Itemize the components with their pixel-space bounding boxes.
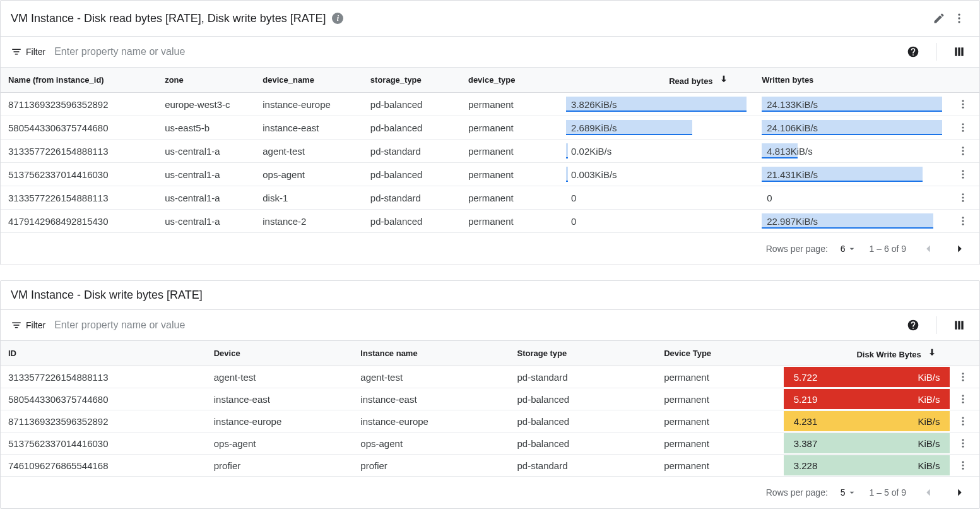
help-icon[interactable] <box>903 315 923 335</box>
storage: pd-balanced <box>363 210 461 233</box>
row-actions-button[interactable] <box>950 163 979 186</box>
inst: ops-agent <box>353 433 509 455</box>
svg-point-32 <box>962 446 964 448</box>
rpp-label: Rows per page: <box>766 244 828 254</box>
edit-icon[interactable] <box>929 8 949 28</box>
columns-icon[interactable] <box>949 42 969 62</box>
device: instance-2 <box>255 210 363 233</box>
col-storage-type[interactable]: storage_type <box>363 68 461 93</box>
table-row: 3133577226154888113us-central1-adisk-1pd… <box>1 186 979 210</box>
zone: us-central1-a <box>157 210 255 233</box>
col-zone[interactable]: zone <box>157 68 255 93</box>
help-icon[interactable] <box>903 42 923 62</box>
svg-point-28 <box>962 421 964 422</box>
row-actions-button[interactable] <box>950 140 979 163</box>
prev-page-button[interactable] <box>919 239 938 258</box>
sort-desc-icon <box>927 350 937 359</box>
inst: instance-east <box>353 388 509 410</box>
col-device-name[interactable]: device_name <box>255 68 363 93</box>
svg-point-29 <box>962 424 964 426</box>
svg-point-2 <box>958 21 960 23</box>
row-actions-button[interactable] <box>950 388 979 410</box>
dropdown-icon <box>847 244 857 254</box>
cell-read: 0.02KiB/s <box>558 140 754 163</box>
zone: us-east5-b <box>157 116 255 140</box>
prev-page-button[interactable] <box>919 483 938 502</box>
svg-point-31 <box>962 443 964 444</box>
panel-write-bytes: VM Instance - Disk write bytes [RATE] Fi… <box>0 280 980 509</box>
rpp-select[interactable]: 6 <box>841 244 857 254</box>
panel-header: VM Instance - Disk read bytes [RATE], Di… <box>1 1 979 37</box>
storage: pd-standard <box>510 455 657 477</box>
inst: agent-test <box>353 366 509 388</box>
cell-write-bytes: 5.219KiB/s <box>784 388 950 410</box>
sort-desc-icon <box>719 76 729 86</box>
svg-point-23 <box>962 379 964 381</box>
col-device-type[interactable]: Device Type <box>656 341 784 366</box>
svg-point-3 <box>962 100 964 102</box>
cell-read: 2.689KiB/s <box>558 116 754 140</box>
device: agent-test <box>255 140 363 163</box>
svg-point-33 <box>962 461 964 463</box>
svg-point-11 <box>962 153 964 155</box>
svg-point-26 <box>962 402 964 403</box>
panel-header: VM Instance - Disk write bytes [RATE] <box>1 281 979 310</box>
col-storage-type[interactable]: Storage type <box>510 341 657 366</box>
columns-icon[interactable] <box>949 315 969 335</box>
next-page-button[interactable] <box>950 483 969 502</box>
devtype: permanent <box>656 388 784 410</box>
more-vert-icon[interactable] <box>949 8 969 28</box>
table-read-write: Name (from instance_id) zone device_name… <box>1 68 979 233</box>
id: 5805443306375744680 <box>1 388 206 410</box>
row-actions-button[interactable] <box>950 455 979 477</box>
row-actions-button[interactable] <box>950 410 979 433</box>
row-actions-button[interactable] <box>950 116 979 140</box>
device: ops-agent <box>206 433 353 455</box>
page-range: 1 – 5 of 9 <box>870 487 906 498</box>
name: 5805443306375744680 <box>1 116 157 140</box>
table-row: 5805443306375744680instance-eastinstance… <box>1 388 979 410</box>
svg-point-4 <box>962 104 964 105</box>
filter-list-icon <box>11 46 22 57</box>
table-row: 5137562337014416030us-central1-aops-agen… <box>1 163 979 186</box>
svg-point-7 <box>962 127 964 129</box>
info-icon[interactable]: i <box>332 13 343 24</box>
storage: pd-balanced <box>363 116 461 140</box>
storage: pd-standard <box>363 140 461 163</box>
device: instance-europe <box>206 410 353 433</box>
table-row: 4179142968492815430us-central1-ainstance… <box>1 210 979 233</box>
svg-point-22 <box>962 376 964 378</box>
filter-input[interactable] <box>53 45 895 58</box>
row-actions-button[interactable] <box>950 366 979 388</box>
filter-label: Filter <box>11 46 45 57</box>
page-range: 1 – 6 of 9 <box>870 244 906 254</box>
cell-write-bytes: 3.228KiB/s <box>784 455 950 477</box>
table-row: 7461096276865544168profierprofierpd-stan… <box>1 455 979 477</box>
device: instance-east <box>255 116 363 140</box>
inst: instance-europe <box>353 410 509 433</box>
pagination: Rows per page: 6 1 – 6 of 9 <box>1 233 979 265</box>
col-id[interactable]: ID <box>1 341 206 366</box>
col-written-bytes[interactable]: Written bytes <box>754 68 950 93</box>
devtype: permanent <box>461 93 558 116</box>
row-actions-button[interactable] <box>950 186 979 210</box>
row-actions-button[interactable] <box>950 433 979 455</box>
rpp-select[interactable]: 5 <box>841 487 857 498</box>
rpp-label: Rows per page: <box>766 487 828 498</box>
cell-write: 22.987KiB/s <box>754 210 950 233</box>
filter-input[interactable] <box>53 319 895 331</box>
col-name[interactable]: Name (from instance_id) <box>1 68 157 93</box>
col-device[interactable]: Device <box>206 341 353 366</box>
col-read-bytes[interactable]: Read bytes <box>558 68 754 93</box>
devtype: permanent <box>461 140 558 163</box>
col-instance-name[interactable]: Instance name <box>353 341 509 366</box>
table-row: 5805443306375744680us-east5-binstance-ea… <box>1 116 979 140</box>
cell-write-bytes: 4.231KiB/s <box>784 410 950 433</box>
next-page-button[interactable] <box>950 239 969 258</box>
cell-read: 0 <box>558 186 754 210</box>
panel-title: VM Instance - Disk read bytes [RATE], Di… <box>11 12 326 25</box>
col-device-type[interactable]: device_type <box>461 68 558 93</box>
col-disk-write-bytes[interactable]: Disk Write Bytes <box>784 341 950 366</box>
row-actions-button[interactable] <box>950 210 979 233</box>
row-actions-button[interactable] <box>950 93 979 116</box>
